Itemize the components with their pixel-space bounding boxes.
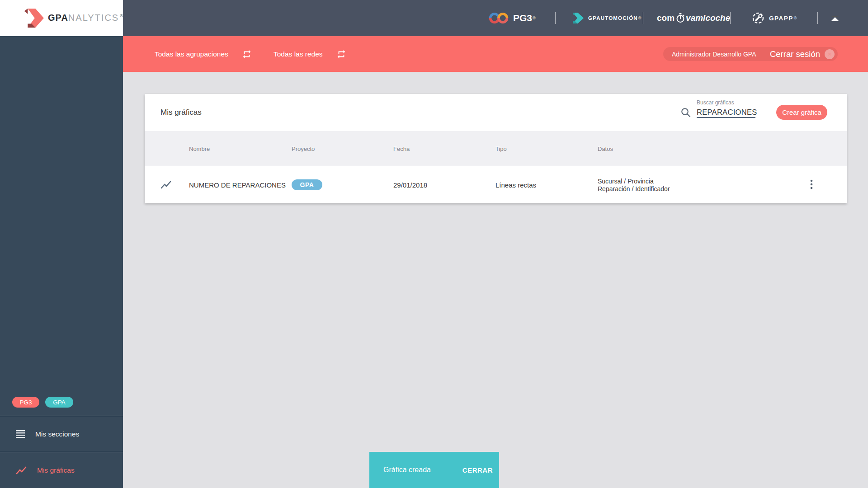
- filter-bar: Todas las agrupaciones Todas las redes A…: [123, 36, 868, 72]
- gpanalytics-logo[interactable]: GPANALYTICS®: [0, 0, 123, 36]
- sidebar-item-mis-secciones[interactable]: Mis secciones: [0, 416, 123, 452]
- chart-line-icon: [16, 466, 27, 475]
- row-name: NUMERO DE REPARACIONES: [189, 181, 286, 189]
- header-divider: [643, 12, 643, 24]
- gpapp-gauge-wrench-icon: [751, 11, 765, 25]
- sidebar-badges: PG3 GPA: [12, 397, 73, 408]
- column-header-fecha: Fecha: [393, 145, 410, 152]
- logout-button[interactable]: Cerrar sesión: [770, 49, 820, 59]
- column-header-proyecto: Proyecto: [292, 145, 315, 152]
- row-menu-button[interactable]: [804, 177, 819, 192]
- header-divider: [817, 12, 818, 24]
- sections-list-icon: [16, 430, 25, 438]
- app-root: GPANALYTICS® PG3® GPAUTOMOCIÓN® com: [0, 0, 868, 488]
- table-row[interactable]: NUMERO DE REPARACIONES GPA 29/01/2018 Lí…: [145, 166, 847, 203]
- swap-icon[interactable]: [336, 49, 346, 59]
- header-divider: [555, 12, 556, 24]
- table-header: Nombre Proyecto Fecha Tipo Datos: [145, 131, 847, 166]
- column-header-tipo: Tipo: [495, 145, 507, 152]
- groupings-label: Todas las agrupaciones: [155, 50, 228, 58]
- pg3-logo[interactable]: PG3®: [488, 0, 536, 36]
- create-chart-button[interactable]: Crear gráfica: [776, 105, 827, 120]
- networks-label: Todas las redes: [274, 50, 323, 58]
- column-header-nombre: Nombre: [189, 145, 210, 152]
- search-icon: [680, 107, 691, 118]
- sidebar-item-mis-graficas[interactable]: Mis gráficas: [0, 452, 123, 488]
- gpautomocion-arrow-icon: [571, 12, 585, 24]
- snackbar: Gráfica creada CERRAR: [369, 452, 499, 488]
- header-divider: [730, 12, 731, 24]
- vertical-dots-icon: [810, 179, 813, 190]
- snackbar-close-button[interactable]: CERRAR: [462, 466, 493, 474]
- collapse-header-button[interactable]: [831, 16, 839, 21]
- logout-icon[interactable]: ×: [825, 49, 835, 59]
- gpanalytics-wordmark: GPANALYTICS®: [48, 13, 123, 23]
- chart-line-icon: [160, 180, 171, 189]
- card-header: Mis gráficas Buscar gráficas REPARACIONE…: [145, 94, 847, 131]
- main-content: Mis gráficas Buscar gráficas REPARACIONE…: [123, 72, 868, 488]
- groupings-selector[interactable]: Todas las agrupaciones: [155, 36, 252, 72]
- snackbar-message: Gráfica creada: [383, 466, 431, 474]
- page-title: Mis gráficas: [160, 108, 202, 117]
- comprovamicoche-logo[interactable]: com vamicoche: [657, 0, 730, 36]
- gpanalytics-arrow-icon: [24, 7, 45, 29]
- row-date: 29/01/2018: [393, 181, 427, 189]
- networks-selector[interactable]: Todas las redes: [274, 36, 346, 72]
- charts-card: Mis gráficas Buscar gráficas REPARACIONE…: [145, 94, 847, 203]
- gpautomocion-logo[interactable]: GPAUTOMOCIÓN®: [571, 0, 641, 36]
- stopwatch-icon: [676, 13, 685, 23]
- sidebar: PG3 GPA Mis secciones Mis gráficas: [0, 36, 123, 488]
- search-input-label: Buscar gráficas: [697, 99, 755, 106]
- current-user-label: Administrador Desarrollo GPA: [672, 51, 756, 58]
- pg3-badge: PG3: [12, 397, 39, 408]
- user-session-pill: Administrador Desarrollo GPA Cerrar sesi…: [663, 47, 838, 61]
- project-badge: GPA: [292, 179, 322, 190]
- column-header-datos: Datos: [598, 145, 613, 152]
- row-type: Líneas rectas: [495, 181, 536, 189]
- swap-icon[interactable]: [242, 49, 252, 59]
- top-header: GPANALYTICS® PG3® GPAUTOMOCIÓN® com: [0, 0, 868, 36]
- row-datos: Sucursal / Provincia Reparación / Identi…: [598, 178, 670, 192]
- gpapp-logo[interactable]: GPAPP®: [751, 0, 797, 36]
- search-input-value: REPARACIONES: [697, 108, 757, 117]
- gpa-badge: GPA: [45, 397, 73, 408]
- search-input[interactable]: Buscar gráficas REPARACIONES: [697, 99, 755, 118]
- pg3-infinity-icon: [488, 11, 509, 25]
